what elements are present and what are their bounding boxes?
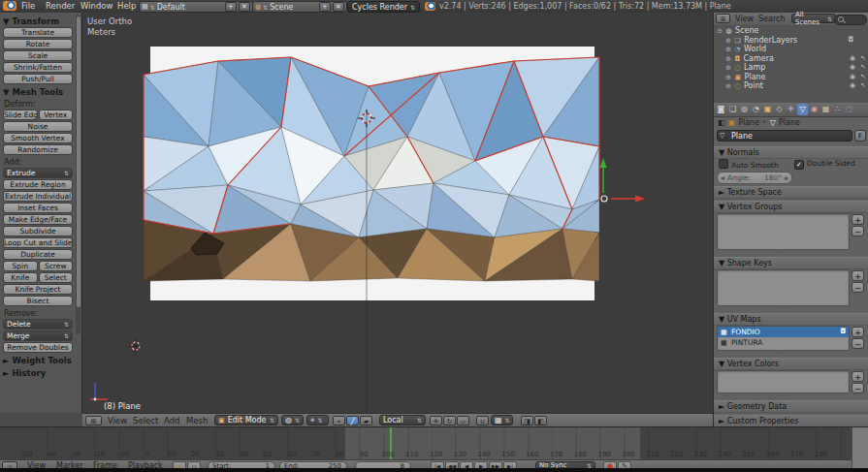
delete-menu-button[interactable]: Delete⇅ bbox=[3, 319, 73, 330]
edge-select-mode-button[interactable]: ╱ bbox=[346, 416, 359, 425]
selectability-icon[interactable]: ↖ bbox=[860, 73, 866, 80]
visibility-eye-icon[interactable]: ◉ bbox=[850, 63, 855, 71]
editor-type-outliner-button[interactable]: ≣ bbox=[716, 14, 730, 23]
extrude-individual-button[interactable]: Extrude Individual bbox=[3, 191, 73, 202]
texture-space-panel-header[interactable]: ► Texture Space bbox=[714, 186, 868, 199]
tab-render-icon[interactable]: ◙ bbox=[716, 104, 726, 115]
active-render-uv-icon[interactable]: ◘ bbox=[840, 327, 846, 337]
list-resize-grip[interactable]: ⋯ bbox=[717, 250, 850, 255]
timeline-canvas[interactable]: -50-40-30-20-100102030405060708090100110… bbox=[0, 427, 852, 459]
manipulator-x-arrow[interactable] bbox=[635, 196, 645, 203]
viewport-canvas[interactable] bbox=[82, 13, 713, 413]
expander-icon[interactable]: ⊕ bbox=[725, 64, 731, 72]
outliner-item-lamp[interactable]: ⊕ ◌ Lamp ◉ ↖ ◘ bbox=[714, 63, 868, 73]
translate-button[interactable]: Translate bbox=[3, 27, 73, 38]
expander-icon[interactable]: ⊕ bbox=[725, 82, 731, 90]
expander-icon[interactable]: ⊕ bbox=[725, 46, 731, 53]
selectability-icon[interactable]: ↖ bbox=[860, 54, 866, 62]
subdivide-button[interactable]: Subdivide bbox=[3, 226, 73, 236]
tab-physics-icon[interactable]: ◌ bbox=[844, 104, 854, 115]
make-edge-face-button[interactable]: Make Edge/Face bbox=[3, 214, 73, 225]
outliner-item-renderlayers[interactable]: ⊕ ❏ RenderLayers ◘ bbox=[714, 36, 868, 46]
uv-map-row-fondio[interactable]: ▦ FONDIO ◘ bbox=[718, 327, 849, 337]
tab-material-icon[interactable]: ◉ bbox=[809, 104, 820, 115]
outliner-menu-search[interactable]: Search bbox=[758, 15, 785, 23]
expander-icon[interactable]: ⊖ bbox=[717, 27, 723, 35]
tool-shelf-scrollbar[interactable] bbox=[76, 15, 80, 334]
outliner-menu-view[interactable]: View bbox=[735, 15, 754, 23]
opengl-render-button[interactable]: ◨ bbox=[521, 416, 533, 425]
breadcrumb-data-name[interactable]: Plane bbox=[779, 118, 800, 127]
screen-layout-selector[interactable]: ▤ ⇅ Default + ✕ bbox=[139, 1, 253, 13]
rotate-button[interactable]: Rotate bbox=[3, 39, 73, 49]
smooth-vertex-button[interactable]: Smooth Vertex bbox=[3, 133, 73, 143]
outliner-display-filter[interactable]: All Scenes ⇅ bbox=[791, 14, 836, 23]
remove-uv-map-button[interactable]: − bbox=[852, 338, 864, 349]
visibility-eye-icon[interactable]: ◉ bbox=[850, 54, 855, 62]
add-layout-button[interactable]: + bbox=[225, 2, 237, 12]
noise-button[interactable]: Noise bbox=[3, 121, 73, 132]
scale-button[interactable]: Scale bbox=[3, 50, 73, 61]
tab-scene-icon[interactable]: ◍ bbox=[739, 104, 750, 115]
outliner-item-scene[interactable]: ⊖ ◍ Scene bbox=[714, 26, 868, 36]
outliner-item-world[interactable]: ⊕ ◔ World bbox=[714, 45, 868, 54]
tab-object-data-icon[interactable]: ▽ bbox=[797, 104, 808, 115]
extrude-region-button[interactable]: Extrude Region bbox=[3, 179, 73, 190]
remove-vertex-color-button[interactable]: − bbox=[852, 383, 864, 393]
manipulator-z-arrow[interactable] bbox=[600, 158, 607, 168]
vertex-colors-list[interactable]: + − bbox=[717, 370, 850, 393]
extrude-menu-button[interactable]: Extrude⇅ bbox=[3, 168, 73, 178]
editor-type-3d-view-button[interactable]: ⊞ bbox=[85, 416, 102, 425]
custom-properties-panel-header[interactable]: ► Custom Properties bbox=[714, 415, 868, 426]
menu-window[interactable]: Window bbox=[80, 1, 113, 11]
menu-render[interactable]: Render bbox=[46, 1, 75, 11]
viewport-menu-add[interactable]: Add bbox=[164, 416, 179, 425]
vertex-select-mode-button[interactable]: ∙ bbox=[333, 416, 345, 425]
outliner-item-plane[interactable]: ⊕ ▣ Plane ◉ ↖ ◘ bbox=[714, 73, 868, 82]
lowpoly-terrain-mesh[interactable] bbox=[144, 57, 599, 281]
close-scene-button[interactable]: ✕ bbox=[333, 2, 344, 12]
outliner-item-point[interactable]: ⊕ ◌ Point ◉ ↖ ◘ bbox=[714, 81, 868, 91]
tab-particles-icon[interactable]: ∴ bbox=[832, 104, 843, 115]
renderlayer-camera-icon[interactable]: ◘ bbox=[848, 36, 853, 44]
vertex-groups-list[interactable]: + − bbox=[717, 213, 850, 250]
auto-smooth-checkbox[interactable]: Auto Smooth bbox=[719, 159, 779, 170]
transform-panel-header[interactable]: ▼ Transform bbox=[3, 16, 79, 26]
add-shape-key-button[interactable]: + bbox=[852, 270, 864, 281]
vertex-groups-panel-header[interactable]: ▼ Vertex Groups bbox=[714, 201, 868, 213]
visibility-eye-icon[interactable]: ◉ bbox=[850, 73, 855, 80]
menu-help[interactable]: Help bbox=[117, 1, 136, 11]
viewport-menu-view[interactable]: View bbox=[108, 416, 127, 425]
weight-tools-panel-header[interactable]: ► Weight Tools bbox=[3, 356, 79, 365]
add-uv-map-button[interactable]: + bbox=[852, 327, 864, 337]
merge-menu-button[interactable]: Merge⇅ bbox=[3, 330, 73, 341]
3d-viewport[interactable]: User Ortho Meters (8) Plane bbox=[82, 13, 713, 413]
loop-cut-slide-button[interactable]: Loop Cut and Slide bbox=[3, 237, 73, 248]
screen-layout-name[interactable]: Default bbox=[157, 3, 223, 12]
scene-name[interactable]: Scene bbox=[270, 3, 317, 12]
remove-shape-key-button[interactable]: − bbox=[852, 282, 864, 293]
slider-right-arrow-icon[interactable]: ▸ bbox=[785, 173, 788, 183]
expander-icon[interactable]: ⊕ bbox=[725, 37, 731, 45]
list-resize-grip[interactable]: ⋯ bbox=[717, 306, 850, 311]
expander-icon[interactable]: ⊕ bbox=[725, 55, 731, 63]
snap-toggle-button[interactable]: ∪ bbox=[476, 416, 489, 425]
auto-smooth-angle-slider[interactable]: ◂ Angle: 180° ▸ bbox=[717, 172, 792, 184]
add-vertex-group-button[interactable]: + bbox=[852, 214, 864, 225]
mesh-tools-panel-header[interactable]: ▼ Mesh Tools bbox=[3, 87, 79, 97]
checkbox-checked-icon[interactable]: ✓ bbox=[794, 160, 804, 170]
tab-texture-icon[interactable]: ▦ bbox=[820, 104, 831, 115]
viewport-menu-select[interactable]: Select bbox=[133, 416, 158, 425]
transform-orientation-select[interactable]: Local ⇅ bbox=[379, 415, 426, 425]
manipulator-center[interactable] bbox=[601, 196, 607, 202]
checkbox-icon[interactable] bbox=[719, 159, 728, 169]
pivot-point-select[interactable]: ⌖ ⇅ bbox=[306, 415, 329, 425]
knife-select-button[interactable]: Select bbox=[39, 272, 74, 283]
viewport-menu-mesh[interactable]: Mesh bbox=[186, 416, 208, 425]
geometry-data-panel-header[interactable]: ► Geometry Data bbox=[714, 400, 868, 413]
list-resize-grip[interactable]: ⋯ bbox=[717, 393, 850, 398]
normals-panel-header[interactable]: ▼ Normals bbox=[714, 146, 868, 159]
selectability-icon[interactable]: ↖ bbox=[860, 63, 866, 71]
remove-doubles-button[interactable]: Remove Doubles bbox=[3, 342, 73, 353]
manipulator-scale-button[interactable]: ▱ bbox=[457, 416, 469, 425]
